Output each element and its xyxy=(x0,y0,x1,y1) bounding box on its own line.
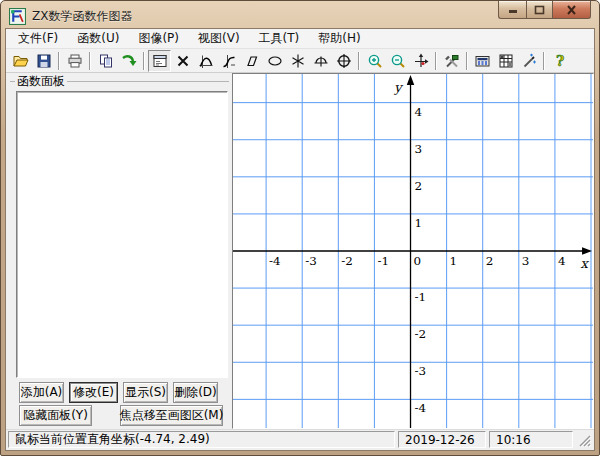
svg-text:-4: -4 xyxy=(269,254,281,268)
menu-bar: 文件(F) 函数(U) 图像(P) 视图(V) 工具(T) 帮助(H) xyxy=(6,29,594,49)
calculator-button[interactable] xyxy=(471,50,494,72)
title-bar: ZX数学函数作图器 xyxy=(1,1,599,28)
menu-function[interactable]: 函数(U) xyxy=(70,28,126,49)
edit-button[interactable]: 修改(E) xyxy=(69,382,118,403)
save-floppy-icon xyxy=(36,53,52,69)
plot-curve-button[interactable] xyxy=(217,50,240,72)
svg-text:?: ? xyxy=(555,53,563,69)
data-table-button[interactable] xyxy=(494,50,517,72)
close-button[interactable] xyxy=(553,1,591,19)
client-area: 文件(F) 函数(U) 图像(P) 视图(V) 工具(T) 帮助(H) xyxy=(5,28,595,451)
ellipse-icon xyxy=(267,53,283,69)
resize-grip[interactable] xyxy=(576,431,592,448)
polygon-button[interactable] xyxy=(240,50,263,72)
zoom-out-icon xyxy=(390,53,406,69)
app-icon[interactable] xyxy=(9,8,26,25)
status-time-panel: 10:16 xyxy=(489,431,573,448)
toolbar-separator xyxy=(435,52,437,70)
menu-graph[interactable]: 图像(P) xyxy=(131,28,186,49)
svg-text:1: 1 xyxy=(450,254,458,268)
svg-text:y: y xyxy=(393,80,403,95)
curve-icon xyxy=(221,53,237,69)
maximize-button[interactable] xyxy=(526,1,553,19)
protractor-icon xyxy=(313,53,329,69)
zoom-in-icon xyxy=(367,53,383,69)
calculator-icon xyxy=(474,53,491,69)
delete-x-icon xyxy=(175,53,191,69)
minimize-button[interactable] xyxy=(498,1,526,19)
open-folder-icon xyxy=(12,53,29,69)
annotate-pen-icon xyxy=(521,53,537,69)
tool-bar: ? xyxy=(6,49,594,73)
focus-plot-button[interactable]: 焦点移至画图区(M) xyxy=(120,405,223,426)
svg-text:-1: -1 xyxy=(414,290,426,304)
function-panel: 函数面板 添加(A) 修改(E) 显示(S) 删除(D) 隐藏面板(Y) 焦点移… xyxy=(6,73,232,429)
save-button[interactable] xyxy=(32,50,55,72)
toggle-function-panel-button[interactable] xyxy=(148,50,171,72)
star-lines-button[interactable] xyxy=(286,50,309,72)
add-button[interactable]: 添加(A) xyxy=(19,382,64,403)
function-list[interactable] xyxy=(16,91,228,378)
time-text: 10:16 xyxy=(496,433,531,447)
toolbar-separator xyxy=(466,52,468,70)
star-lines-icon xyxy=(290,53,306,69)
status-date-panel: 2019-12-26 xyxy=(398,431,486,448)
mouse-position-text: 鼠标当前位置直角坐标(-4.74, 2.49) xyxy=(15,431,210,448)
tools-button[interactable] xyxy=(440,50,463,72)
export-arrow-icon xyxy=(121,53,137,69)
plot-function-button[interactable] xyxy=(194,50,217,72)
show-button[interactable]: 显示(S) xyxy=(123,382,168,403)
svg-text:1: 1 xyxy=(414,216,422,230)
zoom-in-button[interactable] xyxy=(363,50,386,72)
svg-text:2: 2 xyxy=(414,179,422,193)
plot-area[interactable]: -4-3-2-1012344321-1-2-3-4yx xyxy=(232,73,594,429)
target-button[interactable] xyxy=(332,50,355,72)
open-button[interactable] xyxy=(9,50,32,72)
svg-text:4: 4 xyxy=(414,105,422,119)
menu-tools[interactable]: 工具(T) xyxy=(252,28,307,49)
delete-button[interactable]: 删除(D) xyxy=(173,382,218,403)
svg-text:-1: -1 xyxy=(377,254,389,268)
svg-text:3: 3 xyxy=(414,142,422,156)
menu-view[interactable]: 视图(V) xyxy=(191,28,247,49)
copy-icon xyxy=(98,53,114,69)
hide-panel-button[interactable]: 隐藏面板(Y) xyxy=(19,405,92,426)
print-button[interactable] xyxy=(63,50,86,72)
svg-text:-3: -3 xyxy=(414,364,426,378)
export-image-button[interactable] xyxy=(117,50,140,72)
toolbar-separator xyxy=(58,52,60,70)
toolbar-separator xyxy=(143,52,145,70)
status-bar: 鼠标当前位置直角坐标(-4.74, 2.49) 2019-12-26 10:16 xyxy=(6,429,594,450)
protractor-button[interactable] xyxy=(309,50,332,72)
svg-text:-2: -2 xyxy=(341,254,353,268)
svg-text:-3: -3 xyxy=(305,254,317,268)
polygon-icon xyxy=(244,53,260,69)
panel-button-row-2: 隐藏面板(Y) 焦点移至画图区(M) xyxy=(19,405,223,426)
ellipse-button[interactable] xyxy=(263,50,286,72)
move-axes-button[interactable] xyxy=(409,50,432,72)
function-panel-icon xyxy=(152,53,168,69)
delete-function-button[interactable] xyxy=(171,50,194,72)
main-area: 函数面板 添加(A) 修改(E) 显示(S) 删除(D) 隐藏面板(Y) 焦点移… xyxy=(6,73,594,429)
status-position-panel: 鼠标当前位置直角坐标(-4.74, 2.49) xyxy=(8,431,395,448)
close-icon xyxy=(566,5,577,15)
svg-text:2: 2 xyxy=(486,254,494,268)
svg-text:3: 3 xyxy=(522,254,530,268)
toolbar-separator xyxy=(89,52,91,70)
help-button[interactable]: ? xyxy=(548,50,571,72)
annotate-button[interactable] xyxy=(517,50,540,72)
window-title: ZX数学函数作图器 xyxy=(32,8,132,25)
move-axes-icon xyxy=(413,53,429,69)
copy-button[interactable] xyxy=(94,50,117,72)
zoom-out-button[interactable] xyxy=(386,50,409,72)
function-curve-icon xyxy=(198,53,214,69)
tools-icon xyxy=(444,53,460,69)
toolbar-separator xyxy=(543,52,545,70)
svg-text:4: 4 xyxy=(558,254,566,268)
app-window: ZX数学函数作图器 文件(F) 函数(U) 图像(P) 视图(V) 工具(T) … xyxy=(0,0,600,456)
menu-help[interactable]: 帮助(H) xyxy=(311,28,367,49)
print-icon xyxy=(67,53,83,69)
svg-text:-2: -2 xyxy=(414,327,426,341)
menu-file[interactable]: 文件(F) xyxy=(11,28,65,49)
window-controls xyxy=(498,1,591,19)
